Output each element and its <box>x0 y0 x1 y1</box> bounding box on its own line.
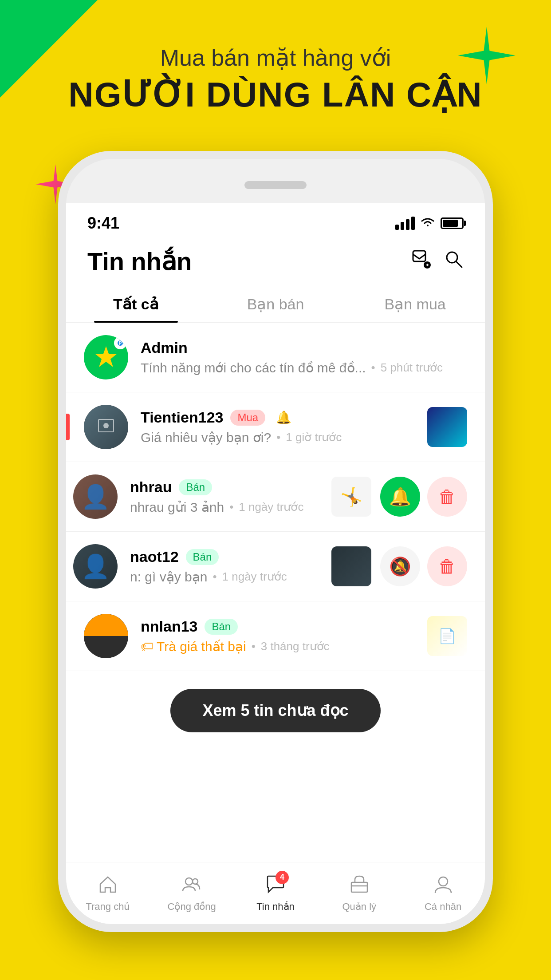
nav-community[interactable]: Cộng đồng <box>150 874 234 913</box>
phone-screen: 9:41 <box>66 203 485 924</box>
dot-separator: • <box>371 361 375 375</box>
swipe-actions: 🔔 🗑 <box>380 477 467 517</box>
message-item[interactable]: 👤 nhrau Bán nhrau gửi 3 ảnh • 1 ngày trư… <box>66 462 485 532</box>
nav-home-label: Trang chủ <box>86 901 130 913</box>
profile-icon <box>433 874 453 898</box>
message-top: nnlan13 Bán <box>141 618 420 635</box>
compose-icon[interactable] <box>411 249 432 274</box>
tag-buy: Mua <box>230 410 265 426</box>
dot-separator: • <box>276 431 280 444</box>
nav-manage[interactable]: Quản lý <box>317 874 401 913</box>
avatar: 👤 <box>73 544 118 589</box>
nav-messages[interactable]: 4 Tin nhắn <box>234 874 318 913</box>
phone-inner: 9:41 <box>66 159 485 924</box>
svg-line-5 <box>456 261 462 267</box>
message-thumbnail: 📄 <box>427 616 467 656</box>
message-badge: 4 <box>276 871 289 884</box>
manage-icon <box>350 874 369 898</box>
message-content: nnlan13 Bán 🏷 Trà giá thất bại • 3 tháng… <box>141 618 420 654</box>
message-time: 1 giờ trước <box>286 431 342 444</box>
message-thumbnail <box>427 407 467 447</box>
tab-seller[interactable]: Bạn bán <box>206 286 346 322</box>
phone-frame: 9:41 <box>58 151 493 932</box>
tab-buyer[interactable]: Bạn mua <box>345 286 485 322</box>
dot-separator: • <box>229 500 233 514</box>
price-tag: 🏷 Trà giá thất bại <box>141 639 246 654</box>
messages-icon: 4 <box>266 874 285 898</box>
battery-icon <box>441 217 464 229</box>
messages-list: P Admin Tính năng mới cho các tín đồ mê … <box>66 323 485 741</box>
app-title: Tin nhắn <box>87 247 192 276</box>
dot-separator: • <box>252 640 256 653</box>
dot-separator: • <box>213 570 216 584</box>
message-item[interactable]: Tientien123 Mua 🔔 Giá nhiêu vậy bạn ơi? … <box>66 392 485 462</box>
svg-point-15 <box>439 877 448 886</box>
mute-button[interactable]: 🔕 <box>380 546 420 586</box>
nav-profile[interactable]: Cá nhân <box>401 874 485 913</box>
signal-icon <box>395 217 415 230</box>
unread-button[interactable]: Xem 5 tin chưa đọc <box>170 689 380 732</box>
swipe-actions: 🔕 🗑 <box>380 546 467 586</box>
message-content: Admin Tính năng mới cho các tín đồ mê đồ… <box>141 339 467 375</box>
message-time: 1 ngày trước <box>239 500 303 514</box>
svg-rect-13 <box>351 882 367 892</box>
header-subtitle: Mua bán mặt hàng với <box>0 44 551 71</box>
svg-point-11 <box>185 878 193 885</box>
message-thumbnail: 🤸 <box>331 477 371 517</box>
message-content: nhrau Bán nhrau gửi 3 ảnh • 1 ngày trước <box>130 478 326 515</box>
tag-sell: Bán <box>186 549 219 565</box>
avatar <box>84 614 128 658</box>
nav-profile-label: Cá nhân <box>425 901 461 913</box>
nav-home[interactable]: Trang chủ <box>66 874 150 913</box>
message-top: nhrau Bán <box>130 478 326 496</box>
message-top: Admin <box>141 339 467 356</box>
unread-button-container: Xem 5 tin chưa đọc <box>66 671 485 741</box>
status-bar: 9:41 <box>66 203 485 240</box>
price-tag-label: Trà giá thất bại <box>157 639 246 654</box>
tag-sell: Bán <box>205 619 238 635</box>
delete-button[interactable]: 🗑 <box>427 546 467 586</box>
nav-community-label: Cộng đồng <box>168 901 216 913</box>
svg-point-12 <box>193 879 198 884</box>
tabs: Tất cả Bạn bán Bạn mua <box>66 286 485 323</box>
message-thumbnail <box>331 546 371 586</box>
message-content: Tientien123 Mua 🔔 Giá nhiêu vậy bạn ơi? … <box>141 409 420 445</box>
status-icons <box>395 216 464 231</box>
home-icon <box>98 874 118 898</box>
svg-marker-6 <box>95 346 117 367</box>
message-item[interactable]: 👤 naot12 Bán n: gì vậy bạn • 1 ngày trướ… <box>66 532 485 601</box>
sender-name: nnlan13 <box>141 618 197 635</box>
phone-mockup: 9:41 <box>58 151 493 932</box>
message-top: naot12 Bán <box>130 548 326 565</box>
message-item[interactable]: P Admin Tính năng mới cho các tín đồ mê … <box>66 323 485 392</box>
message-top: Tientien123 Mua 🔔 <box>141 409 420 426</box>
tag-icon: 🏷 <box>141 639 153 654</box>
avatar: 👤 <box>73 474 118 519</box>
message-preview: nhrau gửi 3 ảnh <box>130 499 224 515</box>
app-header: Tin nhắn <box>66 240 485 286</box>
tag-sell: Bán <box>179 479 212 495</box>
unread-indicator <box>66 414 70 440</box>
search-icon[interactable] <box>444 249 464 273</box>
message-time: 5 phút trước <box>381 361 443 375</box>
sender-name: nhrau <box>130 478 172 496</box>
nav-messages-label: Tin nhắn <box>256 901 295 913</box>
bottom-nav: Trang chủ Cộng đồng <box>66 862 485 924</box>
message-item[interactable]: nnlan13 Bán 🏷 Trà giá thất bại • 3 tháng… <box>66 601 485 671</box>
community-icon <box>182 874 201 898</box>
avatar <box>84 405 128 449</box>
message-preview: Tính năng mới cho các tín đồ mê đồ... <box>141 360 366 375</box>
svg-text:P: P <box>119 341 122 346</box>
message-preview: Giá nhiêu vậy bạn ơi? <box>141 430 271 445</box>
status-time: 9:41 <box>87 214 119 233</box>
header-title: NGƯỜI DÙNG LÂN CẬN <box>0 75 551 115</box>
svg-point-10 <box>103 423 109 428</box>
wifi-icon <box>420 216 435 231</box>
header-actions <box>411 249 464 274</box>
message-time: 3 tháng trước <box>261 640 330 653</box>
header-section: Mua bán mặt hàng với NGƯỜI DÙNG LÂN CẬN <box>0 44 551 115</box>
delete-button[interactable]: 🗑 <box>427 477 467 517</box>
avatar: P <box>84 335 128 379</box>
notify-button[interactable]: 🔔 <box>380 477 420 517</box>
tab-all[interactable]: Tất cả <box>66 286 206 322</box>
